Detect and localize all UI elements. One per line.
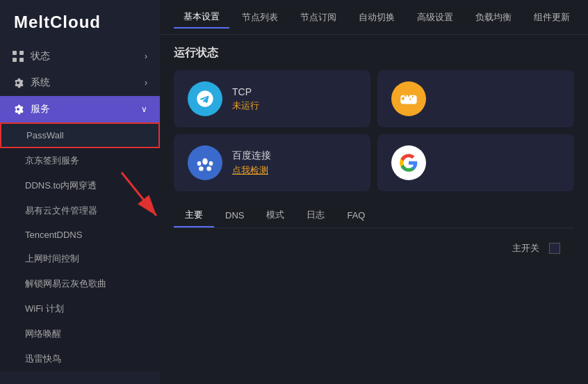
status-card-tcp: TCP 未运行 [174,70,370,127]
chevron-down-icon-service: ∨ [141,104,147,114]
baidu-status-info: 百度连接 点我检测 [232,150,271,177]
baidu-detect-link[interactable]: 点我检测 [232,164,271,177]
tcp-value: 未运行 [232,99,259,112]
sidebar-subitem-wakeonlan[interactable]: 网络唤醒 [0,321,160,346]
tab-main[interactable]: 主要 [174,204,214,227]
wifi-label: WiFi 计划 [25,303,64,315]
status-card-game [377,70,574,127]
google-icon [391,145,426,180]
status-card-google [377,134,574,191]
sidebar-subitem-timectl[interactable]: 上网时间控制 [0,246,160,271]
timectl-label: 上网时间控制 [25,253,79,265]
sidebar-item-status[interactable]: 状态 › [0,43,160,70]
service-nav-label: 服务 [31,103,50,115]
ddns-label: DDNS.to内网穿透 [25,179,97,192]
tab-dns[interactable]: DNS [214,205,255,227]
tab-updates[interactable]: 组件更新 [524,7,580,28]
wakeonlan-label: 网络唤醒 [25,328,61,340]
sidebar-subitem-tencentddns[interactable]: TencentDDNS [0,223,160,246]
game-icon [391,81,426,116]
svg-rect-3 [19,58,24,62]
tab-autoswitch[interactable]: 自动切换 [349,7,405,28]
service-subnav: PassWall 京东签到服务 DDNS.to内网穿透 易有云文件管理器 Ten… [0,122,160,371]
content-area: 运行状态 TCP 未运行 [160,35,588,384]
baidu-icon [188,145,222,180]
master-switch-checkbox[interactable] [549,243,560,254]
sidebar-item-service[interactable]: 服务 ∨ [0,96,160,122]
tab-mode[interactable]: 模式 [255,204,295,227]
yiyou-label: 易有云文件管理器 [25,205,97,217]
sidebar-subitem-ddns[interactable]: DDNS.to内网穿透 [0,173,160,198]
tcp-status-info: TCP 未运行 [232,86,259,112]
tab-log[interactable]: 日志 [295,204,336,227]
svg-rect-0 [13,51,17,55]
tab-advanced[interactable]: 高级设置 [407,7,463,28]
bottom-tab-bar: 主要 DNS 模式 日志 FAQ [174,204,574,228]
sidebar-subitem-yiyou[interactable]: 易有云文件管理器 [0,198,160,223]
telegram-icon [188,81,222,116]
status-card-baidu: 百度连接 点我检测 [174,134,370,191]
svg-point-6 [209,161,213,166]
gear-icon [13,77,24,88]
passwall-label: PassWall [26,130,64,141]
sidebar-subitem-jd[interactable]: 京东签到服务 [0,148,160,173]
sidebar: MeltCloud 状态 › 系统 › 服务 [0,0,160,384]
tencentddns-label: TencentDDNS [25,230,82,240]
sidebar-item-system[interactable]: 系统 › [0,70,160,96]
master-switch-label: 主开关 [512,242,539,255]
sidebar-subitem-passwall[interactable]: PassWall [0,122,160,148]
toggle-row: 主开关 [174,238,574,259]
section-title: 运行状态 [174,46,574,61]
jd-label: 京东签到服务 [25,154,79,167]
tab-nodesub[interactable]: 节点订阅 [291,7,346,28]
tab-faq[interactable]: FAQ [336,205,376,227]
grid-icon [13,51,24,62]
tab-basic[interactable]: 基本设置 [174,6,229,29]
svg-point-8 [206,166,211,171]
system-nav-label: 系统 [31,77,50,89]
cog-icon [13,104,24,115]
top-tab-bar: 基本设置 节点列表 节点订阅 自动切换 高级设置 负载均衡 组件更新 [160,0,588,35]
chevron-right-icon: › [145,51,147,61]
svg-rect-2 [13,58,17,62]
status-cards: TCP 未运行 [174,70,574,191]
status-nav-label: 状态 [31,50,50,63]
wyyg-label: 解锁网易云灰色歌曲 [25,278,106,290]
tcp-label: TCP [232,86,259,97]
sidebar-subitem-wyyg[interactable]: 解锁网易云灰色歌曲 [0,271,160,296]
sidebar-subitem-xunlei[interactable]: 迅雷快鸟 [0,346,160,371]
tab-nodelist[interactable]: 节点列表 [232,7,288,28]
svg-point-7 [199,166,204,171]
logo: MeltCloud [0,0,160,43]
main-content: 基本设置 节点列表 节点订阅 自动切换 高级设置 负载均衡 组件更新 运行状态 … [160,0,588,384]
sidebar-subitem-wifi[interactable]: WiFi 计划 [0,296,160,321]
chevron-right-icon-system: › [145,78,147,88]
svg-point-5 [197,161,202,166]
xunlei-label: 迅雷快鸟 [25,353,61,365]
baidu-label: 百度连接 [232,150,271,162]
svg-rect-1 [19,51,24,55]
tab-loadbalance[interactable]: 负载均衡 [466,7,521,28]
svg-point-4 [202,158,208,164]
